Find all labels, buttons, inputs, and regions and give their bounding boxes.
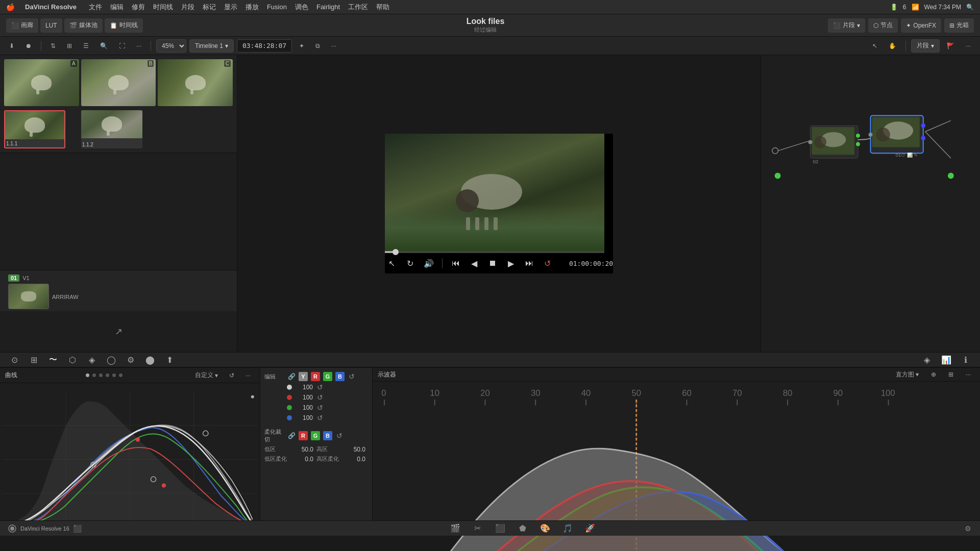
menu-edit[interactable]: 编辑 bbox=[110, 3, 124, 12]
media-pool-button[interactable]: 🎬 媒体池 bbox=[64, 18, 103, 33]
soft-clip-reset[interactable]: ↺ bbox=[336, 432, 342, 440]
more-button-far-right[interactable]: ··· bbox=[962, 39, 975, 53]
match-button[interactable]: ⧉ bbox=[311, 39, 324, 53]
timeline-name-button[interactable]: Timeline 1 ▾ bbox=[189, 39, 234, 53]
media-thumb-5[interactable]: 1.1.2 bbox=[81, 110, 142, 148]
menu-timeline[interactable]: 时间线 bbox=[153, 3, 173, 12]
search-button[interactable]: 🔍 bbox=[96, 39, 112, 53]
magic-button[interactable]: ✦ bbox=[295, 39, 308, 53]
histogram-tool[interactable]: 📊 bbox=[938, 353, 954, 367]
bars-tool[interactable]: ⊞ bbox=[26, 353, 42, 367]
more-button-right[interactable]: ··· bbox=[327, 39, 340, 53]
dot-4[interactable] bbox=[106, 373, 109, 377]
soft-clip-link-icon[interactable]: 🔗 bbox=[288, 432, 296, 439]
nodes-button[interactable]: ⬡ 节点 bbox=[868, 18, 898, 33]
play-forward-button[interactable]: ▶ bbox=[504, 256, 518, 270]
flag-button[interactable]: 🚩 bbox=[943, 39, 959, 53]
info-tool[interactable]: ℹ bbox=[958, 353, 974, 367]
import-button[interactable]: ⬇ bbox=[5, 39, 18, 53]
clip-thumbnail-small[interactable] bbox=[8, 284, 49, 309]
lut-button[interactable]: LUT bbox=[40, 18, 62, 33]
histogram-option-1[interactable]: ⊕ bbox=[927, 368, 940, 381]
step-back-button[interactable]: ◀ bbox=[467, 256, 481, 270]
soft-clip-r-button[interactable]: R bbox=[299, 431, 308, 440]
curves-preset-button[interactable]: 自定义 ▾ bbox=[191, 369, 222, 382]
timeline-button[interactable]: 📋 时间线 bbox=[105, 18, 143, 33]
menu-marker[interactable]: 标记 bbox=[203, 3, 216, 12]
fit-button[interactable]: ⛶ bbox=[115, 39, 129, 53]
media-thumb-4[interactable]: 1.1.1 bbox=[4, 110, 65, 148]
gallery-button[interactable]: ⬛ 画廊 bbox=[6, 18, 38, 33]
nav-color-icon[interactable]: 🎨 bbox=[538, 522, 552, 535]
lightbox-button[interactable]: ⊞ 光箱 bbox=[944, 18, 974, 33]
key-tool[interactable]: ⬆ bbox=[161, 353, 178, 367]
histogram-option-2[interactable]: ⊞ bbox=[944, 368, 958, 381]
link-icon[interactable]: 🔗 bbox=[288, 373, 296, 380]
menu-fusion[interactable]: Fusion bbox=[267, 3, 287, 11]
blur-tool[interactable]: ⬤ bbox=[142, 353, 158, 367]
menu-trim[interactable]: 修剪 bbox=[132, 3, 145, 12]
dot-2[interactable] bbox=[92, 373, 96, 377]
media-status-icon[interactable]: ⬛ bbox=[71, 522, 84, 535]
channel-r-button[interactable]: R bbox=[311, 372, 320, 381]
channel-white-reset[interactable]: ↺ bbox=[317, 383, 323, 391]
zoom-select[interactable]: 45% bbox=[156, 39, 186, 53]
list-view-button[interactable]: ☰ bbox=[79, 39, 93, 53]
curves-tool[interactable]: 〜 bbox=[45, 353, 61, 367]
menu-color[interactable]: 调色 bbox=[295, 3, 308, 12]
media-thumb-1[interactable]: A bbox=[4, 59, 79, 106]
volume-button[interactable]: 🔊 bbox=[422, 256, 436, 270]
more-button-left[interactable]: ··· bbox=[132, 39, 145, 53]
skip-to-end-button[interactable]: ⏭ bbox=[522, 256, 536, 270]
hand-tool[interactable]: ✋ bbox=[885, 39, 900, 53]
custom-curves-tool[interactable]: ⬡ bbox=[64, 353, 81, 367]
scrubber-handle[interactable] bbox=[393, 249, 399, 255]
grid-view-button[interactable]: ⊞ bbox=[63, 39, 76, 53]
curves-reset-button[interactable]: ↺ bbox=[225, 369, 238, 382]
nav-media-icon[interactable]: 🎬 bbox=[448, 522, 462, 535]
search-icon[interactable]: 🔍 bbox=[966, 4, 974, 11]
color-wheels-tool[interactable]: ⊙ bbox=[6, 353, 22, 367]
nav-cut-icon[interactable]: ✂ bbox=[471, 522, 485, 535]
highlight-toggle[interactable]: ◈ bbox=[919, 353, 935, 367]
nav-fairlight-icon[interactable]: 🎵 bbox=[560, 522, 575, 535]
edit-reset-button[interactable]: ↺ bbox=[349, 372, 355, 381]
channel-b-button[interactable]: B bbox=[335, 372, 345, 381]
dot-6[interactable] bbox=[119, 373, 122, 377]
soft-clip-g-button[interactable]: G bbox=[311, 431, 320, 440]
stop-button[interactable]: ⏹ bbox=[485, 256, 500, 270]
nav-fusion-icon[interactable]: ⬟ bbox=[516, 522, 530, 535]
dot-3[interactable] bbox=[99, 373, 103, 377]
tool-select-button[interactable]: ↖ bbox=[385, 256, 399, 270]
menu-clip[interactable]: 片段 bbox=[181, 3, 194, 12]
media-thumb-3[interactable]: C bbox=[158, 59, 233, 106]
histogram-more[interactable]: ··· bbox=[962, 368, 975, 381]
tracker-tool[interactable]: ⚙ bbox=[122, 353, 139, 367]
channel-y-button[interactable]: Y bbox=[299, 372, 308, 381]
playback-scrubber[interactable] bbox=[385, 251, 604, 253]
layout-dropdown-button[interactable]: 片段 ▾ bbox=[911, 39, 940, 53]
histogram-type-button[interactable]: 直方图 ▾ bbox=[892, 368, 923, 381]
qualifier-tool[interactable]: ◈ bbox=[84, 353, 100, 367]
channel-g-button[interactable]: G bbox=[323, 372, 332, 381]
menu-play[interactable]: 播放 bbox=[246, 3, 259, 12]
channel-blue-reset[interactable]: ↺ bbox=[317, 414, 323, 422]
soft-clip-b-button[interactable]: B bbox=[323, 431, 332, 440]
nav-deliver-icon[interactable]: 🚀 bbox=[583, 522, 597, 535]
cursor-tool[interactable]: ↖ bbox=[868, 39, 881, 53]
sort-button[interactable]: ⇅ bbox=[46, 39, 60, 53]
record-button[interactable]: ⏺ bbox=[21, 39, 36, 53]
channel-red-reset[interactable]: ↺ bbox=[317, 393, 323, 402]
menu-view[interactable]: 显示 bbox=[224, 3, 237, 12]
settings-icon[interactable]: ⚙ bbox=[962, 522, 974, 535]
menu-file[interactable]: 文件 bbox=[89, 3, 102, 12]
dot-1[interactable] bbox=[86, 373, 89, 377]
menu-help[interactable]: 帮助 bbox=[376, 3, 389, 12]
loop-button[interactable]: ↺ bbox=[541, 256, 555, 270]
nav-edit-icon[interactable]: ⬛ bbox=[493, 522, 507, 535]
clips-dropdown-button[interactable]: ⬛ 片段 ▾ bbox=[828, 18, 865, 33]
dot-5[interactable] bbox=[112, 373, 116, 377]
transform-button[interactable]: ↻ bbox=[403, 256, 418, 270]
media-thumb-2[interactable]: B bbox=[81, 59, 156, 106]
menu-fairlight[interactable]: Fairlight bbox=[316, 3, 340, 11]
